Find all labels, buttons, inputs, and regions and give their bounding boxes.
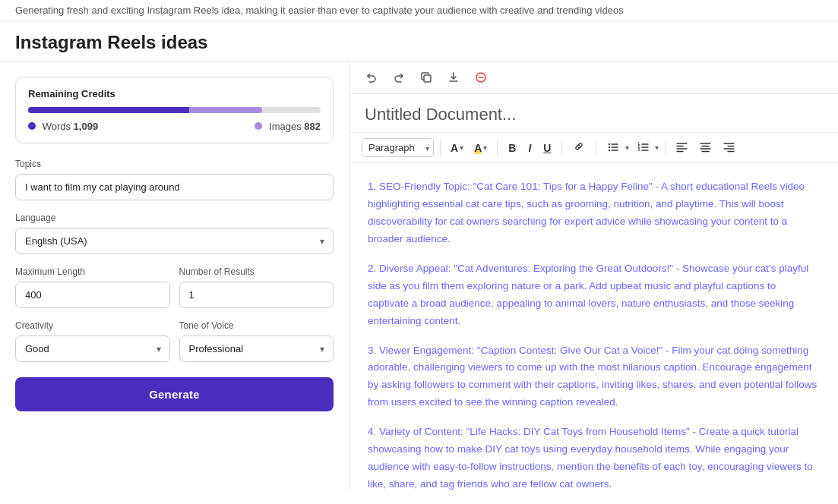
creativity-select-wrap: Good Better Best ▾ bbox=[15, 335, 170, 362]
document-title: Untitled Document... bbox=[349, 94, 838, 133]
svg-text:3.: 3. bbox=[638, 148, 641, 152]
divider-1 bbox=[440, 140, 441, 156]
credits-progress-bar bbox=[28, 107, 321, 113]
divider-3 bbox=[561, 140, 562, 156]
undo-button[interactable] bbox=[362, 69, 381, 86]
highlight-color-chevron-icon: ▾ bbox=[483, 143, 487, 152]
svg-rect-0 bbox=[424, 75, 431, 82]
content-paragraph-2: 2. Diverse Appeal: "Cat Adventures: Expl… bbox=[368, 260, 820, 330]
align-right-button[interactable] bbox=[719, 139, 739, 157]
font-color-chevron-icon: ▾ bbox=[460, 143, 463, 152]
images-stat: Images 882 bbox=[255, 121, 321, 132]
top-bar: Generating fresh and exciting Instagram … bbox=[0, 0, 838, 21]
align-center-button[interactable] bbox=[695, 139, 716, 157]
generate-button[interactable]: Generate bbox=[15, 377, 334, 411]
creativity-select[interactable]: Good Better Best bbox=[15, 335, 170, 362]
words-count: 1,099 bbox=[74, 121, 99, 132]
num-results-col: Number of Results bbox=[179, 266, 334, 320]
svg-point-2 bbox=[609, 143, 610, 145]
highlight-color-button[interactable]: A ▾ bbox=[470, 140, 491, 156]
font-color-button[interactable]: A ▾ bbox=[447, 140, 467, 156]
images-label: Images bbox=[269, 121, 302, 132]
tone-col: Tone of Voice Professional Casual Friend… bbox=[179, 320, 334, 374]
divider-2 bbox=[497, 140, 498, 156]
language-select-wrap: English (USA) Spanish French German ▾ bbox=[15, 228, 334, 254]
left-panel: Remaining Credits Words 1,099 Images 882… bbox=[0, 61, 349, 490]
images-dot bbox=[255, 122, 262, 130]
paragraph-select-wrap: Paragraph Heading 1 Heading 2 Heading 3 … bbox=[362, 138, 434, 157]
images-count: 882 bbox=[304, 121, 321, 132]
credits-title: Remaining Credits bbox=[28, 88, 321, 99]
editor-content[interactable]: 1. SEO-Friendly Topic: "Cat Care 101: Ti… bbox=[349, 163, 838, 490]
font-color-label: A bbox=[451, 142, 458, 154]
page-title: Instagram Reels ideas bbox=[0, 21, 838, 61]
creativity-label: Creativity bbox=[15, 320, 170, 331]
highlight-color-label: A bbox=[474, 142, 482, 154]
tone-label: Tone of Voice bbox=[179, 320, 334, 331]
editor-format-bar: Paragraph Heading 1 Heading 2 Heading 3 … bbox=[349, 133, 838, 163]
credits-box: Remaining Credits Words 1,099 Images 882 bbox=[15, 77, 334, 143]
right-panel: Untitled Document... Paragraph Heading 1… bbox=[349, 61, 838, 490]
delete-button[interactable] bbox=[471, 69, 491, 86]
download-button[interactable] bbox=[444, 69, 463, 86]
creativity-tone-row: Creativity Good Better Best ▾ Tone of Vo… bbox=[15, 320, 334, 374]
tone-select-wrap: Professional Casual Friendly Formal ▾ bbox=[179, 335, 334, 362]
underline-button[interactable]: U bbox=[539, 140, 555, 156]
svg-point-3 bbox=[609, 146, 610, 148]
main-layout: Remaining Credits Words 1,099 Images 882… bbox=[0, 61, 838, 490]
content-paragraph-4: 4. Variety of Content: "Life Hacks: DIY … bbox=[368, 424, 820, 490]
divider-4 bbox=[596, 140, 596, 156]
bullet-list-chevron-icon: ▾ bbox=[625, 143, 629, 152]
topics-label: Topics bbox=[15, 159, 334, 169]
align-left-button[interactable] bbox=[672, 139, 692, 157]
numbered-list-button[interactable]: 1. 2. 3. bbox=[632, 138, 653, 157]
num-results-label: Number of Results bbox=[179, 266, 334, 277]
top-bar-text: Generating fresh and exciting Instagram … bbox=[15, 5, 624, 16]
bullet-list-button[interactable] bbox=[602, 138, 624, 157]
num-results-input[interactable] bbox=[179, 282, 334, 308]
italic-button[interactable]: I bbox=[523, 140, 536, 156]
divider-5 bbox=[665, 140, 666, 156]
max-length-col: Maximum Length bbox=[15, 266, 170, 320]
words-stat: Words 1,099 bbox=[28, 121, 98, 132]
max-length-label: Maximum Length bbox=[15, 266, 170, 277]
language-label: Language bbox=[15, 213, 334, 223]
words-dot bbox=[28, 122, 36, 130]
svg-point-4 bbox=[609, 150, 610, 151]
editor-toolbar-top bbox=[349, 61, 838, 94]
credits-stats: Words 1,099 Images 882 bbox=[28, 121, 321, 132]
length-results-row: Maximum Length Number of Results bbox=[15, 266, 334, 320]
tone-select[interactable]: Professional Casual Friendly Formal bbox=[179, 335, 334, 362]
content-paragraph-1: 1. SEO-Friendly Topic: "Cat Care 101: Ti… bbox=[368, 178, 820, 248]
bold-button[interactable]: B bbox=[504, 140, 520, 156]
content-paragraph-3: 3. Viewer Engagement: "Caption Contest: … bbox=[368, 342, 820, 412]
language-select[interactable]: English (USA) Spanish French German bbox=[15, 228, 334, 254]
redo-button[interactable] bbox=[389, 69, 409, 86]
words-label: Words bbox=[43, 121, 71, 132]
paragraph-select[interactable]: Paragraph Heading 1 Heading 2 Heading 3 bbox=[362, 138, 434, 157]
copy-button[interactable] bbox=[416, 69, 436, 86]
credits-bar-purple bbox=[28, 107, 189, 113]
credits-bar-lavender bbox=[189, 107, 262, 113]
creativity-col: Creativity Good Better Best ▾ bbox=[15, 320, 170, 374]
max-length-input[interactable] bbox=[15, 282, 170, 308]
link-button[interactable] bbox=[568, 138, 590, 157]
numbered-list-chevron-icon: ▾ bbox=[655, 143, 659, 152]
topics-input[interactable] bbox=[15, 174, 334, 200]
